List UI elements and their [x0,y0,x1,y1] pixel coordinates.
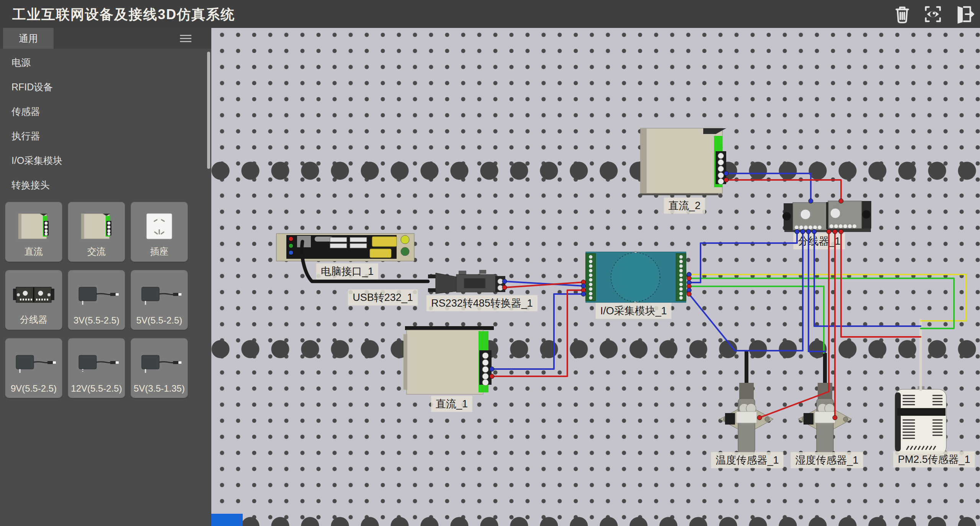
sidebar-item-adapter[interactable]: 转换接头 [0,173,207,197]
sidebar-header: 通用 [0,28,211,49]
device-label: PM2.5传感器_1 [893,451,975,467]
device-rs232-485-converter[interactable] [428,270,505,294]
palette-label: 12V(5.5-2.5) [68,383,125,394]
power-adapter-icon [73,350,120,377]
dc-power-icon [15,211,53,243]
sidebar: 通用 电源 RFID设备 传感器 执行器 I/O采集模块 转换接头 直流 [0,28,212,526]
device-temp-sensor[interactable] [720,351,773,455]
exit-icon[interactable] [952,3,975,25]
palette-label: 插座 [131,245,188,258]
device-io-module[interactable] [586,252,686,303]
ac-power-icon [77,211,116,243]
palette-card-socket[interactable]: 插座 [131,202,188,262]
power-adapter-icon [136,282,183,309]
palette-label: 交流 [68,245,125,258]
tab-general[interactable]: 通用 [3,28,54,49]
power-adapter-icon [10,350,57,377]
palette-card-splitter[interactable]: 分线器 [5,270,62,330]
palette-label: 3V(5.5-2.5) [68,315,125,326]
sidebar-item-sensor[interactable]: 传感器 [0,99,207,124]
device-humidity-sensor[interactable] [798,353,852,455]
palette-card-dc[interactable]: 直流 [5,202,62,262]
canvas-pegboard[interactable]: 直流_2 电脑接口_1 USB转232_1 RS232转485转换器_1 I/O… [211,28,980,526]
device-label: 直流_2 [664,198,705,214]
view-focus-icon[interactable] [922,3,944,25]
sidebar-item-rfid[interactable]: RFID设备 [0,75,207,99]
device-label: I/O采集模块_1 [596,303,671,319]
palette-label: 9V(5.5-2.5) [5,383,62,394]
device-label: 直流_1 [431,396,472,412]
palette-card-12v[interactable]: 12V(5.5-2.5) [68,338,125,398]
palette-card-5v[interactable]: 5V(5.5-2.5) [131,270,188,330]
category-menu: 电源 RFID设备 传感器 执行器 I/O采集模块 转换接头 [0,50,207,197]
sidebar-item-power[interactable]: 电源 [0,50,207,75]
palette-label: 5V(5.5-2.5) [131,315,188,326]
device-label: 湿度传感器_1 [791,452,863,468]
palette-label: 直流 [5,245,62,258]
device-pc-interface[interactable] [276,234,414,261]
sidebar-scrollbar[interactable] [207,52,210,169]
topbar-icons [891,3,975,25]
blue-indicator [211,514,243,526]
sidebar-item-actuator[interactable]: 执行器 [0,124,207,148]
device-dc-power-2[interactable] [640,128,726,195]
sidebar-item-io-module[interactable]: I/O采集模块 [0,148,207,173]
device-pm25-sensor[interactable] [895,386,946,454]
device-label: RS232转485转换器_1 [426,295,537,311]
device-label: USB转232_1 [348,289,418,305]
socket-icon [143,211,176,243]
device-dc-power-1[interactable] [403,326,494,394]
palette-card-ac[interactable]: 交流 [68,202,125,262]
power-adapter-icon [73,282,120,309]
power-adapter-icon [136,350,183,377]
device-label: 电脑接口_1 [316,263,378,279]
palette-label: 分线器 [5,314,62,326]
app-title: 工业互联网设备及接线3D仿真系统 [12,5,235,24]
delete-icon[interactable] [891,3,913,25]
palette-label: 5V(3.5-1.35) [131,383,188,394]
palette-card-3v[interactable]: 3V(5.5-2.5) [68,270,125,330]
device-label: 分线器_1 [793,233,845,249]
topbar: 工业互联网设备及接线3D仿真系统 [0,0,980,28]
palette-card-5v-135[interactable]: 5V(3.5-1.35) [131,338,188,398]
palette-card-9v[interactable]: 9V(5.5-2.5) [5,338,62,398]
device-splitter[interactable] [782,201,871,232]
device-label: 温度传感器_1 [711,452,783,468]
hamburger-icon[interactable] [180,33,191,43]
device-palette: 直流 交流 插座 [5,202,189,398]
splitter-icon [10,279,57,312]
